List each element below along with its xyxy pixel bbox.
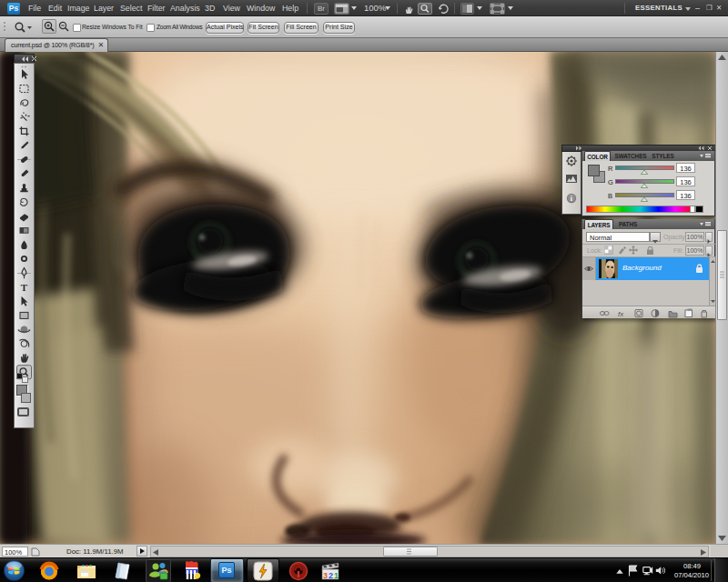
svg-text:i: i xyxy=(571,195,572,203)
svg-text:1: 1 xyxy=(334,571,339,580)
svg-text:2: 2 xyxy=(329,571,333,580)
svg-text:T: T xyxy=(21,282,28,293)
svg-text:3: 3 xyxy=(323,571,328,580)
svg-text:fx: fx xyxy=(618,310,624,318)
